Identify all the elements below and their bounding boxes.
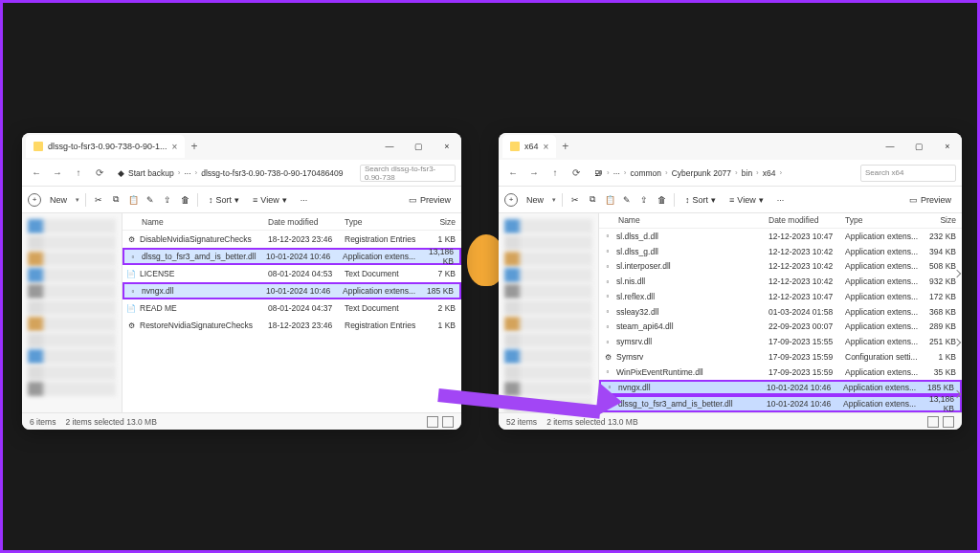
close-button[interactable]: × (433, 133, 461, 160)
crumb-ellipsis[interactable]: ··· (184, 168, 190, 178)
file-name: dlssg_to_fsr3_amd_is_better.dll (618, 399, 767, 409)
search-input[interactable]: Search x64 (860, 165, 956, 182)
file-size: 2 KB (421, 303, 461, 313)
col-date[interactable]: Date modified (268, 217, 345, 227)
file-row[interactable]: ⚙Symsrv17-09-2023 15:59Configuration set… (599, 349, 962, 365)
rename-icon[interactable]: ✎ (620, 193, 634, 207)
share-icon[interactable]: ⇪ (637, 193, 651, 207)
file-row[interactable]: ▫dlssg_to_fsr3_amd_is_better.dll10-01-20… (599, 395, 962, 412)
file-type: Text Document (345, 269, 421, 278)
new-tab-button[interactable]: + (562, 140, 568, 153)
breadcrumb[interactable]: 🖳 ›··· ›common ›Cyberpunk 2077 ›bin ›x64… (589, 168, 857, 178)
refresh-button[interactable]: ⟳ (568, 165, 585, 182)
delete-icon[interactable]: 🗑 (178, 193, 191, 207)
file-size: 1 KB (421, 234, 461, 244)
file-row[interactable]: ⚙DisableNvidiaSignatureChecks18-12-2023 … (122, 231, 461, 248)
file-row[interactable]: ▫WinPixEventRuntime.dll17-09-2023 15:59A… (599, 365, 962, 380)
col-name[interactable]: Name (122, 217, 268, 227)
forward-button[interactable]: → (525, 165, 543, 182)
new-button[interactable]: + (28, 193, 41, 207)
file-row[interactable]: ▫dlssg_to_fsr3_amd_is_better.dll10-01-20… (122, 248, 461, 265)
new-button[interactable]: + (504, 193, 518, 207)
file-name: symsrv.dll (616, 337, 768, 346)
file-explorer-left: dlssg-to-fsr3-0.90-738-0-90-1... × + — ▢… (22, 133, 461, 430)
up-button[interactable]: ↑ (70, 165, 87, 182)
chevron-right-icon: › (178, 168, 181, 177)
col-size[interactable]: Size (421, 217, 461, 227)
col-size[interactable]: Size (922, 215, 962, 225)
share-icon[interactable]: ⇪ (161, 193, 174, 207)
file-row[interactable]: ▫sl.reflex.dll12-12-2023 10:47Applicatio… (599, 289, 962, 304)
file-type: Registration Entries (345, 234, 421, 244)
file-row[interactable]: ▫nvngx.dll10-01-2024 10:46Application ex… (599, 380, 962, 395)
file-row[interactable]: ▫sl.dlss_d.dll12-12-2023 10:47Applicatio… (599, 229, 962, 244)
sort-button[interactable]: ↕ Sort ▾ (680, 193, 721, 207)
file-row[interactable]: ▫sl.dlss_g.dll12-12-2023 10:42Applicatio… (599, 244, 962, 259)
maximize-button[interactable]: ▢ (904, 133, 933, 160)
file-row[interactable]: ▫steam_api64.dll22-09-2023 00:07Applicat… (599, 320, 962, 335)
crumb-current[interactable]: dlssg-to-fsr3-0.90-738-0-90-170486409 (201, 168, 343, 178)
more-button[interactable]: ··· (772, 193, 790, 207)
minimize-button[interactable]: — (375, 133, 404, 160)
col-type[interactable]: Type (345, 217, 421, 227)
preview-button[interactable]: ▭ Preview (904, 193, 956, 207)
back-button[interactable]: ← (504, 165, 522, 182)
up-button[interactable]: ↑ (546, 165, 564, 182)
tab-active[interactable]: dlssg-to-fsr3-0.90-738-0-90-1... × (26, 135, 185, 158)
sort-button[interactable]: ↕ Sort ▾ (204, 193, 244, 207)
column-headers[interactable]: Name Date modified Type Size (599, 213, 962, 229)
file-type: Text Document (345, 303, 421, 313)
copy-icon[interactable]: ⧉ (109, 193, 122, 207)
nav-sidebar[interactable] (499, 213, 599, 412)
forward-button[interactable]: → (49, 165, 66, 182)
file-date: 12-12-2023 10:42 (768, 261, 845, 271)
new-tab-button[interactable]: + (190, 140, 197, 153)
search-input[interactable]: Search dlssg-to-fsr3-0.90-738 (360, 165, 456, 182)
new-label[interactable]: New (522, 193, 548, 207)
nav-sidebar[interactable] (22, 213, 122, 412)
details-view-icon[interactable] (927, 416, 939, 428)
tab-active[interactable]: x64 × (502, 135, 556, 158)
file-row[interactable]: ▫sl.nis.dll12-12-2023 10:42Application e… (599, 274, 962, 289)
col-date[interactable]: Date modified (768, 215, 845, 225)
rename-icon[interactable]: ✎ (144, 193, 157, 207)
file-row[interactable]: ▫nvngx.dll10-01-2024 10:46Application ex… (122, 282, 461, 299)
file-icon: ▫ (603, 232, 612, 241)
paste-icon[interactable]: 📋 (126, 193, 140, 207)
file-row[interactable]: ▫symsrv.dll17-09-2023 15:55Application e… (599, 334, 962, 349)
file-row[interactable]: ▫ssleay32.dll01-03-2024 01:58Application… (599, 304, 962, 320)
file-icon: ▫ (605, 383, 614, 392)
column-headers[interactable]: Name Date modified Type Size (122, 213, 461, 231)
maximize-button[interactable]: ▢ (404, 133, 433, 160)
cut-icon[interactable]: ✂ (92, 193, 105, 207)
new-label[interactable]: New (45, 193, 72, 207)
more-button[interactable]: ··· (296, 193, 313, 207)
preview-button[interactable]: ▭ Preview (404, 193, 456, 207)
view-button[interactable]: ≡ View ▾ (248, 193, 292, 207)
minimize-button[interactable]: — (876, 133, 904, 160)
large-icons-view-icon[interactable] (943, 416, 954, 428)
col-name[interactable]: Name (599, 215, 768, 225)
file-list[interactable]: Name Date modified Type Size ⚙DisableNvi… (122, 213, 461, 412)
refresh-button[interactable]: ⟳ (91, 165, 108, 182)
file-row[interactable]: ▫sl.interposer.dll12-12-2023 10:42Applic… (599, 258, 962, 274)
file-row[interactable]: ⚙RestoreNvidiaSignatureChecks18-12-2023 … (122, 317, 461, 334)
close-button[interactable]: × (933, 133, 962, 160)
paste-icon[interactable]: 📋 (603, 193, 616, 207)
large-icons-view-icon[interactable] (442, 416, 454, 428)
file-row[interactable]: 📄LICENSE08-01-2024 04:53Text Document7 K… (122, 265, 461, 282)
close-icon[interactable]: × (172, 142, 178, 152)
col-type[interactable]: Type (845, 215, 922, 225)
delete-icon[interactable]: 🗑 (655, 193, 668, 207)
toolbar: + New ▾ ✂ ⧉ 📋 ✎ ⇪ 🗑 ↕ Sort ▾ ≡ View ▾ ··… (22, 187, 461, 213)
file-row[interactable]: 📄READ ME08-01-2024 04:37Text Document2 K… (122, 299, 461, 317)
back-button[interactable]: ← (28, 165, 45, 182)
file-list[interactable]: Name Date modified Type Size ▫sl.dlss_d.… (599, 213, 962, 412)
breadcrumb[interactable]: ◆ Start backup › ··· › dlssg-to-fsr3-0.9… (112, 168, 356, 178)
crumb-start[interactable]: Start backup (128, 168, 174, 178)
details-view-icon[interactable] (427, 416, 438, 428)
close-icon[interactable]: × (544, 142, 549, 152)
copy-icon[interactable]: ⧉ (586, 193, 599, 207)
cut-icon[interactable]: ✂ (568, 193, 582, 207)
view-button[interactable]: ≡ View ▾ (724, 193, 768, 207)
